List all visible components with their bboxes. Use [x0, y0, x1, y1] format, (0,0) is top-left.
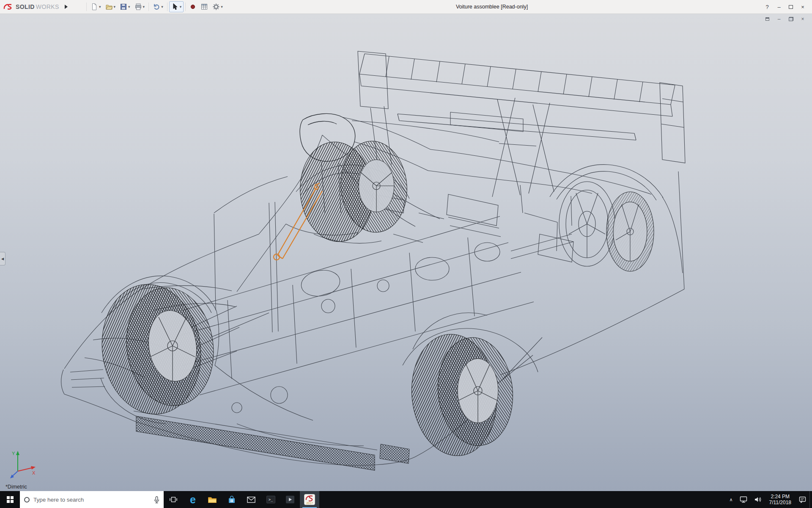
help-button[interactable]: ?: [761, 1, 773, 12]
options-button[interactable]: ▾: [210, 1, 225, 12]
maximize-button[interactable]: [785, 1, 797, 12]
dropdown-arrow-icon[interactable]: ▾: [221, 5, 223, 9]
select-tool-button[interactable]: ▾: [169, 1, 184, 12]
sw-year-label: 2017: [306, 502, 313, 505]
quick-access-toolbar: ▾ ▾ ▾ ▾: [85, 1, 225, 12]
mail-icon: [247, 497, 255, 503]
side-skirt-mesh: [136, 416, 409, 470]
doc-close-button[interactable]: ×: [799, 16, 806, 22]
feature-pane-collapse-arrow[interactable]: ◀: [0, 252, 5, 265]
tray-expand-button[interactable]: ∧: [726, 491, 736, 508]
select-cursor-icon: [171, 3, 179, 11]
model-wireframe[interactable]: [0, 14, 812, 491]
save-button[interactable]: ▾: [118, 1, 132, 12]
design-table-icon: [200, 3, 208, 11]
show-desktop-button[interactable]: [809, 491, 812, 508]
system-tray: ∧ 2:24 PM 7/11/2018: [726, 491, 812, 508]
file-explorer-icon: [208, 496, 217, 503]
new-document-icon: [91, 3, 98, 11]
triad-x-label: X: [32, 470, 36, 475]
start-button[interactable]: [0, 491, 20, 508]
wheel-front-right: [296, 138, 411, 245]
print-button[interactable]: ▾: [132, 1, 147, 12]
menu-flyout-arrow-icon[interactable]: [65, 5, 68, 9]
file-explorer-button[interactable]: [203, 491, 222, 508]
tray-date: 7/11/2018: [769, 500, 792, 505]
minimize-button[interactable]: –: [773, 1, 785, 12]
solidworks-app-icon: 2017: [304, 494, 315, 505]
solidworks-logo: SOLIDWORKS: [3, 3, 79, 11]
dropdown-arrow-icon[interactable]: ▾: [114, 5, 116, 9]
taskbar-search[interactable]: [20, 491, 164, 508]
media-app-icon: [286, 496, 294, 503]
new-document-button[interactable]: ▾: [88, 1, 103, 12]
store-button[interactable]: [222, 491, 241, 508]
windows-taskbar: e >_: [0, 491, 812, 508]
rear-wing-wireframe: [358, 51, 685, 197]
print-icon: [134, 3, 142, 11]
undo-icon: [153, 3, 160, 11]
dropdown-arrow-icon[interactable]: ▾: [161, 5, 163, 9]
record-macro-button[interactable]: [187, 1, 198, 12]
record-dot-icon: [189, 3, 196, 10]
search-icon: [24, 497, 30, 502]
open-folder-icon: [105, 3, 113, 11]
wheel-rear-left: [406, 330, 518, 460]
volume-button[interactable]: [751, 491, 765, 508]
doc-minimize-button[interactable]: –: [776, 16, 782, 22]
restore-icon: [789, 17, 793, 21]
wheel-rear-right: [559, 182, 654, 271]
view-orientation-label: *Dimetric: [5, 484, 27, 490]
undo-button[interactable]: ▾: [151, 1, 165, 12]
window-controls: ? – ×: [761, 1, 809, 12]
network-button[interactable]: [736, 491, 751, 508]
dropdown-arrow-icon[interactable]: ▾: [180, 5, 182, 9]
task-view-button[interactable]: [164, 491, 183, 508]
solidworks-2017-button[interactable]: 2017: [300, 491, 319, 508]
brand-text-bold: SOLID: [16, 3, 35, 10]
action-center-button[interactable]: [796, 491, 809, 508]
action-center-icon: [799, 496, 806, 503]
solidworks-window: SOLIDWORKS ▾ ▾: [0, 0, 812, 508]
design-table-button[interactable]: [198, 1, 210, 12]
dropdown-arrow-icon[interactable]: ▾: [128, 5, 130, 9]
edge-icon: e: [190, 494, 196, 505]
network-icon: [740, 496, 747, 503]
maximize-icon: [789, 5, 793, 9]
document-window-controls: – ×: [764, 16, 806, 22]
speaker-icon: [754, 496, 762, 503]
media-app-button[interactable]: [280, 491, 300, 508]
windows-logo-icon: [7, 496, 14, 503]
brand-text-light: WORKS: [36, 3, 59, 10]
graphics-area[interactable]: – × ◀: [0, 14, 812, 491]
console-button[interactable]: >_: [261, 491, 280, 508]
toolbar-separator: [86, 3, 87, 11]
console-icon: >_: [266, 496, 275, 503]
microphone-icon[interactable]: [154, 496, 159, 503]
doc-restore-button[interactable]: [787, 16, 794, 22]
toolbar-separator: [185, 3, 186, 11]
gear-icon: [212, 3, 220, 11]
window-title: Voiture assomblee [Read-only]: [456, 4, 528, 10]
close-button[interactable]: ×: [797, 1, 809, 12]
solidworks-logo-icon: [3, 3, 14, 11]
edge-browser-button[interactable]: e: [183, 491, 203, 508]
open-button[interactable]: ▾: [103, 1, 118, 12]
triad-y-label: Y: [12, 451, 15, 456]
doc-dock-button[interactable]: [764, 16, 771, 22]
task-view-icon: [169, 496, 178, 503]
search-input[interactable]: [33, 497, 150, 503]
toolbar-separator: [148, 3, 149, 11]
clock[interactable]: 2:24 PM 7/11/2018: [765, 491, 796, 508]
toolbar-separator: [167, 3, 167, 11]
title-bar: SOLIDWORKS ▾ ▾: [0, 0, 812, 14]
save-icon: [120, 3, 127, 11]
orientation-triad: Y X: [8, 448, 40, 482]
dock-icon: [765, 17, 769, 21]
store-icon: [228, 495, 236, 504]
mail-button[interactable]: [241, 491, 261, 508]
tray-time: 2:24 PM: [771, 494, 790, 500]
dropdown-arrow-icon[interactable]: ▾: [99, 5, 101, 9]
dropdown-arrow-icon[interactable]: ▾: [143, 5, 145, 9]
